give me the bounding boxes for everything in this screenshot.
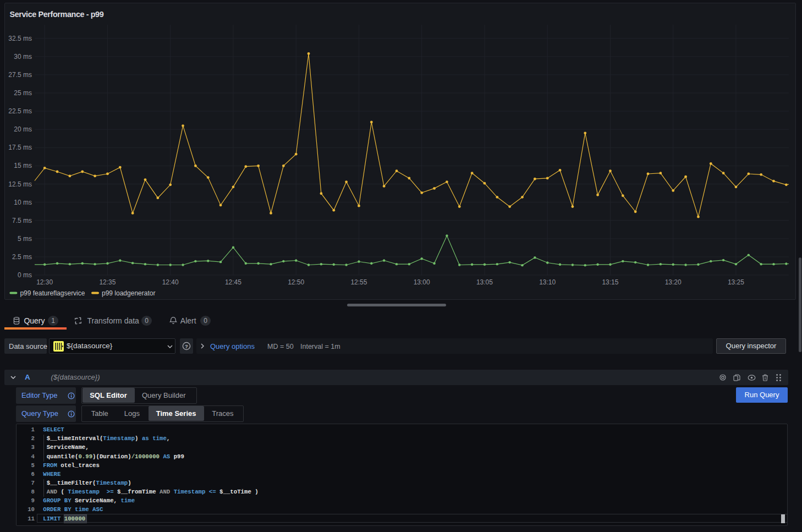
svg-text:13:10: 13:10: [539, 278, 556, 286]
svg-text:17.5 ms: 17.5 ms: [8, 144, 32, 151]
svg-text:12.5 ms: 12.5 ms: [8, 180, 32, 188]
svg-text:15 ms: 15 ms: [14, 162, 32, 169]
svg-text:Service Performance - p99: Service Performance - p99: [10, 10, 104, 19]
svg-text:2.5 ms: 2.5 ms: [12, 253, 32, 261]
svg-text:?: ?: [185, 343, 188, 349]
svg-text:13:20: 13:20: [665, 278, 682, 286]
svg-text:10 ms: 10 ms: [14, 199, 32, 206]
svg-text:12:30: 12:30: [36, 278, 53, 286]
svg-text:12:50: 12:50: [288, 278, 304, 286]
svg-text:27.5 ms: 27.5 ms: [8, 71, 32, 79]
svg-text:p99 loadgenerator: p99 loadgenerator: [102, 289, 155, 297]
svg-text:5 ms: 5 ms: [18, 235, 32, 243]
svg-text:12:55: 12:55: [350, 278, 367, 286]
svg-text:22.5 ms: 22.5 ms: [8, 107, 32, 115]
svg-text:13:15: 13:15: [602, 278, 618, 286]
svg-text:13:00: 13:00: [414, 278, 430, 286]
svg-text:20 ms: 20 ms: [14, 125, 32, 133]
svg-text:32.5 ms: 32.5 ms: [8, 35, 32, 42]
svg-text:25 ms: 25 ms: [14, 89, 32, 97]
svg-text:13:05: 13:05: [476, 278, 493, 286]
svg-text:0 ms: 0 ms: [18, 271, 32, 279]
svg-text:30 ms: 30 ms: [14, 53, 32, 61]
svg-text:p99 featureflagservice: p99 featureflagservice: [20, 289, 85, 297]
svg-text:13:25: 13:25: [728, 278, 744, 286]
svg-text:7.5 ms: 7.5 ms: [12, 217, 32, 224]
svg-text:12:45: 12:45: [225, 278, 241, 286]
svg-text:12:35: 12:35: [99, 278, 116, 286]
svg-text:12:40: 12:40: [162, 278, 179, 286]
